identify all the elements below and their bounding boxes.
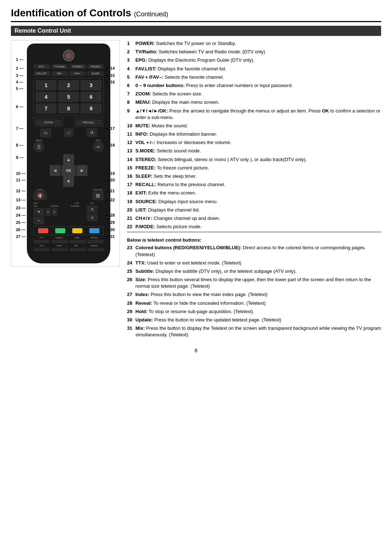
- ch-up-button[interactable]: ∧: [87, 205, 98, 213]
- fav-row: FAV.LIST FAV- FAV+ SLEEP: [33, 71, 104, 76]
- remote-body: ⏻ EPG TV/Radio STEREO FREEZE FAV.LIST FA…: [27, 44, 110, 263]
- ttx-button[interactable]: [33, 240, 50, 243]
- desc-item-30: 30 Update: Press the button to view the …: [127, 317, 381, 323]
- square-button[interactable]: ▭: [40, 128, 51, 137]
- menu-button[interactable]: ☰: [33, 141, 44, 152]
- desc-item-5: 5 FAV＋/FAV–: Selects the favorite channe…: [127, 74, 381, 81]
- desc-item-15: 15 FREEZE: To freeze current picture.: [127, 165, 381, 171]
- exit-button[interactable]: ↩: [93, 141, 104, 152]
- p-mode-button[interactable]: P: [52, 208, 57, 216]
- num-1[interactable]: 1: [36, 80, 57, 90]
- vol-plus-row: + S P: [33, 208, 79, 216]
- desc-item-14: 14 STEREO: Selects bilingual, stereo or …: [127, 156, 381, 163]
- recall-box: RECALL: [74, 118, 104, 127]
- label-1: 1 —: [16, 57, 23, 62]
- vol-buttons: + S P −: [33, 208, 79, 225]
- fav-plus-button[interactable]: FAV+: [69, 71, 86, 76]
- content-area: 1 — 2 — 3 — 4 — 5 — 6 — 7 — 8 — 9 — 10 —…: [11, 40, 381, 340]
- desc-item-23: 23 Colored buttons (RED/GREEN/YELLOW/BLU…: [127, 245, 381, 258]
- section-header: Remote Control Unit: [11, 26, 381, 36]
- desc-item-2: 2 TV/Radio: Switches between TV and Radi…: [127, 49, 381, 55]
- page-title: Identification of Controls (Continued): [11, 7, 168, 19]
- num-4[interactable]: 4: [36, 92, 57, 102]
- desc-item-22: 22 P.MODE: Selects picture mode.: [127, 223, 381, 230]
- num-8[interactable]: 8: [58, 103, 79, 114]
- tv-radio-button[interactable]: TV/Radio: [52, 64, 68, 69]
- desc-item-29: 29 Hold: To stop or resume sub-page acqu…: [127, 308, 381, 315]
- sleep-button[interactable]: SLEEP: [87, 71, 104, 76]
- red-button[interactable]: [38, 228, 48, 233]
- green-button[interactable]: [55, 228, 65, 233]
- label-27: 27 —: [16, 234, 25, 239]
- epg-row: EPG TV/Radio STEREO FREEZE: [33, 64, 104, 69]
- desc-item-3: 3 EPG: Displays the Electronic Program G…: [127, 57, 381, 63]
- dpad-down-row: ▼: [63, 176, 74, 187]
- vol-plus-button[interactable]: +: [33, 208, 44, 216]
- page-number: 8: [11, 348, 381, 353]
- dpad-left[interactable]: ◄: [50, 165, 61, 176]
- num-7[interactable]: 7: [36, 103, 57, 114]
- desc-item-6: 6 0 – 9 number buttons: Press to enter c…: [127, 82, 381, 89]
- num-2[interactable]: 2: [58, 80, 79, 90]
- hold-button[interactable]: [69, 240, 86, 243]
- power-button[interactable]: ⏻: [63, 50, 74, 61]
- epg-button[interactable]: EPG: [33, 64, 50, 69]
- desc-item-20: 20 LIST: Displays the channel list.: [127, 207, 381, 213]
- label-13: 13 —: [16, 198, 25, 202]
- blue-button[interactable]: [89, 228, 99, 233]
- s-mode-button[interactable]: S: [45, 208, 51, 216]
- size-button[interactable]: [33, 248, 50, 251]
- desc-item-10: 10 MUTE: Mutes the sound.: [127, 123, 381, 129]
- desc-item-11: 11 INFO: Displays the information banner…: [127, 131, 381, 138]
- label-3: 3 —: [16, 73, 23, 78]
- continued-label: (Continued): [134, 11, 168, 18]
- stereo-button[interactable]: STEREO: [69, 64, 86, 69]
- desc-item-19: 19 SOURCE: Displays input source menu.: [127, 198, 381, 205]
- num-5[interactable]: 5: [58, 92, 79, 102]
- mute-button[interactable]: 🔇: [33, 191, 47, 200]
- stop-button[interactable]: □: [64, 128, 74, 137]
- source-button[interactable]: ⊞: [92, 191, 104, 200]
- label-12: 12 —: [16, 189, 25, 193]
- num-9[interactable]: 9: [81, 103, 102, 114]
- freeze-button[interactable]: FREEZE: [87, 64, 104, 69]
- subtitle-button[interactable]: [51, 240, 68, 243]
- dpad: ▲ ◄ OK ► ▼: [33, 154, 104, 187]
- ttx-labels: TTX Subtitle Hold Reveal: [33, 237, 104, 239]
- label-7: 7 —: [16, 126, 23, 131]
- update-button[interactable]: [87, 248, 104, 251]
- fav-list-button[interactable]: FAV.LIST: [33, 71, 50, 76]
- num-6[interactable]: 6: [81, 92, 102, 102]
- descriptions: 1 POWER: Switches the TV power on or Sta…: [127, 40, 381, 340]
- refresh-button[interactable]: ↺: [86, 128, 97, 137]
- desc-item-31: 31 Mix: Press the button to display the …: [127, 325, 381, 338]
- reveal-button[interactable]: [87, 240, 104, 243]
- dpad-right[interactable]: ►: [77, 165, 87, 176]
- index-button[interactable]: [51, 248, 68, 251]
- zoom-button[interactable]: ZOOM: [35, 119, 62, 126]
- dpad-up[interactable]: ▲: [63, 154, 74, 165]
- ch-label: CH: [91, 202, 94, 204]
- vol-minus-row: −: [33, 217, 79, 225]
- dpad-down[interactable]: ▼: [63, 176, 74, 187]
- label-10: 10 —: [16, 171, 25, 176]
- label-26: 26 —: [16, 227, 25, 232]
- vol-group: INFO LIST VOL S.MODE P.MODE +: [33, 202, 79, 225]
- fav-minus-button[interactable]: FAV-: [52, 71, 68, 76]
- yellow-button[interactable]: [72, 228, 82, 233]
- ok-button[interactable]: OK: [61, 165, 76, 176]
- label-2: 2 —: [16, 66, 23, 70]
- desc-item-17: 17 RECALL: Returns to the previous chann…: [127, 181, 381, 188]
- ch-down-button[interactable]: ∨: [87, 214, 98, 221]
- vol-minus-button[interactable]: −: [33, 217, 44, 225]
- desc-item-27: 27 Index: Press this button to view the …: [127, 291, 381, 298]
- desc-item-9: 9 ▲/▼/◄/►/OK: Press the arrows to naviga…: [127, 108, 381, 121]
- page-wrapper: Identification of Controls (Continued) R…: [11, 7, 381, 353]
- bottom-row-2: [33, 248, 104, 251]
- recall-button[interactable]: RECALL: [75, 119, 102, 126]
- color-section: [33, 226, 104, 235]
- remote-container: 1 — 2 — 3 — 4 — 5 — 6 — 7 — 8 — 9 — 10 —…: [11, 40, 120, 267]
- desc-item-12: 12 VOL＋/–: Increases or decreases the vo…: [127, 139, 381, 146]
- num-3[interactable]: 3: [81, 80, 102, 90]
- mix-button[interactable]: [69, 248, 86, 251]
